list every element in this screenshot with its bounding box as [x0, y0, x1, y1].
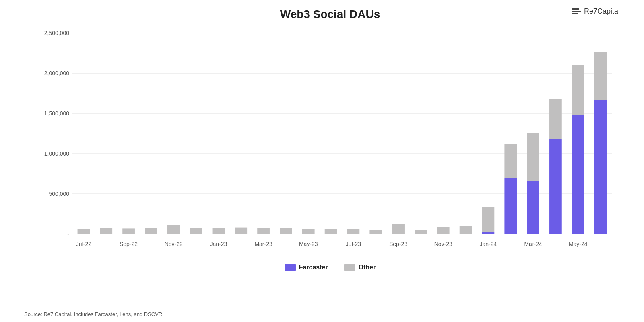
svg-text:1,000,000: 1,000,000: [44, 150, 69, 157]
svg-rect-28: [437, 227, 450, 234]
svg-rect-37: [549, 139, 562, 234]
svg-text:2,500,000: 2,500,000: [44, 30, 69, 36]
svg-rect-39: [572, 115, 584, 234]
svg-text:May-23: May-23: [299, 241, 318, 247]
chart-legend: Farcaster Other: [40, 264, 620, 271]
bar-chart-svg: -500,0001,000,0001,500,0002,000,0002,500…: [40, 25, 620, 258]
svg-rect-33: [504, 178, 517, 234]
svg-text:500,000: 500,000: [49, 191, 69, 197]
svg-rect-23: [325, 229, 337, 234]
svg-rect-21: [280, 228, 292, 234]
svg-rect-40: [594, 52, 607, 100]
svg-rect-32: [504, 144, 517, 178]
svg-text:Mar-23: Mar-23: [254, 241, 272, 247]
svg-rect-18: [213, 228, 225, 234]
source-text: Source: Re7 Capital. Includes Farcaster,…: [24, 311, 164, 317]
svg-rect-29: [460, 226, 472, 234]
svg-text:2,000,000: 2,000,000: [44, 70, 69, 76]
svg-text:1,500,000: 1,500,000: [44, 110, 69, 117]
svg-rect-20: [257, 228, 270, 234]
svg-rect-38: [572, 65, 584, 115]
svg-text:Mar-24: Mar-24: [524, 241, 542, 247]
svg-rect-22: [302, 229, 315, 234]
svg-text:-: -: [67, 231, 69, 237]
svg-text:Sep-22: Sep-22: [120, 241, 138, 247]
re7-logo-icon: [572, 8, 581, 14]
svg-rect-16: [167, 225, 180, 234]
svg-rect-36: [549, 99, 562, 139]
chart-container: Web3 Social DAUs Re7Capital -500,0001,00…: [0, 0, 644, 322]
svg-rect-27: [415, 230, 427, 234]
legend-other: Other: [344, 264, 376, 271]
svg-rect-24: [347, 229, 360, 234]
svg-text:Jul-23: Jul-23: [346, 241, 361, 247]
svg-rect-19: [235, 228, 247, 234]
svg-text:Nov-22: Nov-22: [165, 241, 183, 247]
chart-title: Web3 Social DAUs: [40, 8, 620, 21]
farcaster-swatch: [285, 264, 296, 271]
svg-text:Jul-22: Jul-22: [76, 241, 91, 247]
svg-rect-30: [482, 207, 495, 232]
svg-rect-14: [122, 228, 135, 234]
re7-logo: Re7Capital: [572, 7, 620, 16]
svg-rect-31: [482, 232, 495, 234]
svg-rect-13: [100, 228, 112, 234]
svg-rect-12: [78, 229, 90, 234]
chart-area: -500,0001,000,0001,500,0002,000,0002,500…: [40, 25, 620, 258]
svg-text:Nov-23: Nov-23: [434, 241, 452, 247]
svg-text:Sep-23: Sep-23: [389, 241, 407, 247]
svg-text:Jan-24: Jan-24: [480, 241, 497, 247]
other-label: Other: [359, 264, 376, 271]
svg-rect-25: [369, 230, 382, 234]
svg-rect-34: [527, 133, 539, 181]
farcaster-label: Farcaster: [299, 264, 328, 271]
svg-rect-15: [145, 228, 157, 234]
svg-rect-26: [392, 224, 405, 234]
other-swatch: [344, 264, 355, 271]
legend-farcaster: Farcaster: [285, 264, 328, 271]
svg-rect-17: [190, 228, 202, 234]
svg-text:Jan-23: Jan-23: [210, 241, 227, 247]
svg-rect-41: [594, 100, 607, 234]
svg-rect-35: [527, 181, 539, 234]
svg-text:May-24: May-24: [569, 241, 588, 247]
re7-logo-text: Re7Capital: [584, 7, 620, 16]
